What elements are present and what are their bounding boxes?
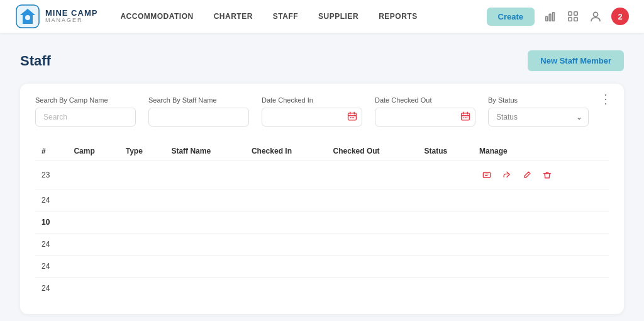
cell-manage <box>473 234 609 256</box>
view-icon[interactable] <box>479 167 494 183</box>
main-card: ⋮ Search By Camp Name Search By Staff Na… <box>20 84 624 314</box>
date-checked-in-input[interactable] <box>262 108 362 127</box>
grid-icon[interactable] <box>566 9 580 23</box>
cell-type <box>119 189 165 211</box>
cell-camp <box>67 189 119 211</box>
svg-point-11 <box>594 13 598 17</box>
svg-rect-7 <box>569 12 572 15</box>
cell-checked_out <box>327 189 418 211</box>
status-label: By Status <box>488 96 589 104</box>
camp-name-input[interactable] <box>35 108 136 127</box>
date-checked-in-wrap <box>262 108 362 127</box>
card-options-button[interactable]: ⋮ <box>599 93 613 105</box>
cell-checked_out <box>327 161 418 189</box>
cell-type <box>119 234 165 256</box>
row-num: 24 <box>35 189 67 211</box>
date-checked-in-label: Date Checked In <box>262 96 362 104</box>
svg-rect-6 <box>553 13 555 21</box>
share-icon[interactable] <box>499 167 514 183</box>
cell-manage <box>473 161 609 189</box>
col-header-type: Type <box>119 142 165 161</box>
camp-name-label: Search By Camp Name <box>35 96 136 104</box>
delete-icon[interactable] <box>540 167 555 183</box>
table-row: 10 <box>35 211 609 234</box>
camp-name-filter: Search By Camp Name <box>35 96 136 127</box>
cell-type <box>119 278 165 300</box>
svg-rect-9 <box>569 18 572 21</box>
bar-chart-icon[interactable] <box>543 9 557 23</box>
cell-staff_name <box>165 189 245 211</box>
user-icon[interactable] <box>589 9 602 23</box>
col-header-num: # <box>35 142 67 161</box>
status-filter: By Status Status Checked In Checked Out … <box>488 96 589 127</box>
date-checked-out-filter: Date Checked Out <box>375 96 475 127</box>
svg-point-3 <box>25 15 30 20</box>
cell-manage <box>473 211 609 234</box>
cell-staff_name <box>165 278 245 300</box>
cell-staff_name <box>165 161 245 189</box>
cell-checked_in <box>245 189 327 211</box>
nav-staff[interactable]: STAFF <box>273 9 298 23</box>
col-header-checked-in: Checked In <box>245 142 327 161</box>
svg-rect-5 <box>549 14 551 21</box>
staff-table: # Camp Type Staff Name Checked In Checke… <box>35 142 609 299</box>
nav-supplier[interactable]: SUPPLIER <box>318 9 358 23</box>
table-row: 24 <box>35 234 609 256</box>
create-button[interactable]: Create <box>487 8 535 26</box>
row-num: 24 <box>35 278 67 300</box>
header-actions: Create 2 <box>487 8 629 26</box>
cell-status <box>418 161 473 189</box>
logo-title: MINE CAMP <box>45 9 97 18</box>
cell-checked_out <box>327 278 418 300</box>
logo-text: MINE CAMP MANAGER <box>45 9 97 24</box>
new-staff-button[interactable]: New Staff Member <box>528 50 624 71</box>
cell-manage <box>473 256 609 278</box>
main-nav: ACCOMMODATION CHARTER STAFF SUPPLIER REP… <box>120 9 486 23</box>
user-avatar[interactable]: 2 <box>611 8 629 25</box>
staff-name-filter: Search By Staff Name <box>148 96 249 127</box>
cell-staff_name <box>165 234 245 256</box>
cell-checked_in <box>245 278 327 300</box>
nav-charter[interactable]: CHARTER <box>214 9 253 23</box>
cell-checked_in <box>245 161 327 189</box>
date-checked-out-input[interactable] <box>375 108 475 127</box>
row-num: 23 <box>35 161 67 189</box>
status-select[interactable]: Status Checked In Checked Out Active <box>488 108 589 127</box>
cell-manage <box>473 189 609 211</box>
edit-icon[interactable] <box>519 167 535 183</box>
staff-name-label: Search By Staff Name <box>148 96 249 104</box>
cell-type <box>119 256 165 278</box>
svg-rect-8 <box>574 12 577 15</box>
filters-section: Search By Camp Name Search By Staff Name… <box>35 96 609 127</box>
col-header-manage: Manage <box>473 142 609 161</box>
date-checked-out-wrap <box>375 108 475 127</box>
cell-checked_in <box>245 256 327 278</box>
cell-status <box>418 189 473 211</box>
nav-accommodation[interactable]: ACCOMMODATION <box>120 9 193 23</box>
cell-checked_in <box>245 234 327 256</box>
cell-checked_out <box>327 211 418 234</box>
cell-status <box>418 278 473 300</box>
staff-name-input[interactable] <box>148 108 249 127</box>
nav-reports[interactable]: REPORTS <box>379 9 418 23</box>
cell-manage <box>473 278 609 300</box>
row-num: 24 <box>35 234 67 256</box>
page-title: Staff <box>20 53 51 69</box>
status-select-wrap: Status Checked In Checked Out Active ⌄ <box>488 108 589 127</box>
cell-checked_in <box>245 211 327 234</box>
header: MINE CAMP MANAGER ACCOMMODATION CHARTER … <box>0 0 644 33</box>
cell-camp <box>67 234 119 256</box>
col-header-camp: Camp <box>67 142 119 161</box>
manage-icons <box>479 167 602 183</box>
col-header-staff-name: Staff Name <box>165 142 245 161</box>
table-row: 24 <box>35 189 609 211</box>
page-content: Staff New Staff Member ⋮ Search By Camp … <box>0 33 644 321</box>
cell-staff_name <box>165 256 245 278</box>
cell-checked_out <box>327 256 418 278</box>
row-num: 10 <box>35 211 67 234</box>
cell-camp <box>67 211 119 234</box>
row-num: 24 <box>35 256 67 278</box>
logo-subtitle: MANAGER <box>45 18 97 24</box>
cell-status <box>418 211 473 234</box>
cell-camp <box>67 256 119 278</box>
